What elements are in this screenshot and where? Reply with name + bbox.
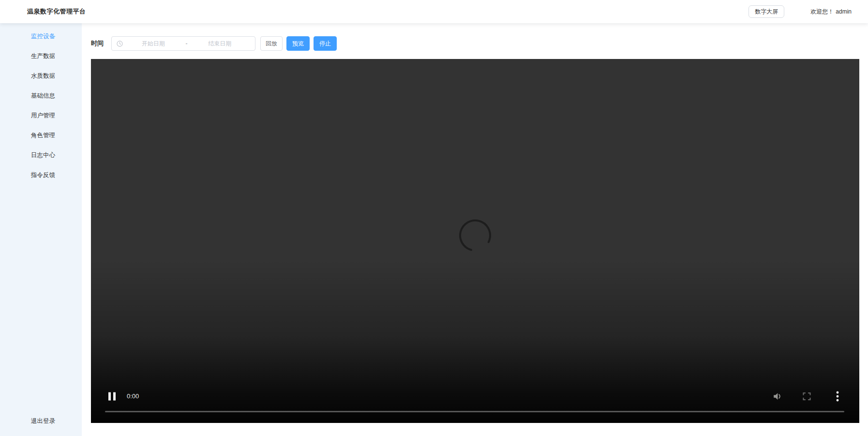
sidebar-item-basic-info[interactable]: 基础信息 — [0, 86, 82, 106]
preview-button[interactable]: 预览 — [286, 36, 310, 51]
app-title: 温泉数字化管理平台 — [27, 7, 86, 16]
app-header: 温泉数字化管理平台 数字大屏 欢迎您！ admin — [0, 0, 868, 23]
date-range-picker[interactable]: - — [111, 36, 255, 51]
sidebar-item-command-feedback[interactable]: 指令反馈 — [0, 165, 82, 185]
video-progress-bar[interactable] — [105, 411, 844, 412]
current-time: 0:00 — [127, 389, 139, 404]
sidebar-item-role-management[interactable]: 角色管理 — [0, 126, 82, 145]
sidebar-item-log-center[interactable]: 日志中心 — [0, 145, 82, 165]
clock-icon — [117, 41, 123, 47]
three-dot-menu-icon — [837, 392, 839, 402]
username: admin — [836, 8, 852, 15]
sidebar-item-monitoring-devices[interactable]: 监控设备 — [0, 27, 82, 46]
header-right: 数字大屏 欢迎您！ admin — [748, 5, 852, 18]
range-separator: - — [184, 40, 190, 47]
toolbar: 时间 - 回放 预览 停止 — [91, 36, 337, 51]
video-player[interactable]: 0:00 — [91, 59, 859, 423]
volume-button[interactable] — [772, 391, 783, 402]
volume-icon — [774, 393, 780, 400]
overflow-menu-button[interactable] — [835, 391, 840, 402]
time-label: 时间 — [91, 39, 104, 48]
sidebar-nav: 监控设备 生产数据 水质数据 基础信息 用户管理 角色管理 日志中心 指令反馈 — [0, 23, 82, 185]
welcome-block: 欢迎您！ admin — [810, 8, 852, 16]
sidebar: 监控设备 生产数据 水质数据 基础信息 用户管理 角色管理 日志中心 指令反馈 … — [0, 23, 82, 436]
pause-button[interactable] — [108, 392, 116, 401]
fullscreen-icon — [804, 393, 810, 400]
start-date-input[interactable] — [123, 40, 184, 47]
playback-button[interactable]: 回放 — [260, 36, 283, 51]
fullscreen-button[interactable] — [802, 392, 812, 402]
digital-screen-button[interactable]: 数字大屏 — [748, 5, 784, 18]
welcome-text: 欢迎您！ — [810, 8, 834, 16]
stop-button[interactable]: 停止 — [314, 36, 337, 51]
sidebar-item-user-management[interactable]: 用户管理 — [0, 106, 82, 126]
sidebar-item-production-data[interactable]: 生产数据 — [0, 46, 82, 66]
logout-button[interactable]: 退出登录 — [0, 417, 82, 425]
pause-icon — [108, 392, 111, 401]
end-date-input[interactable] — [190, 40, 251, 47]
loading-spinner — [458, 218, 492, 252]
video-controls-bar: 0:00 — [91, 389, 859, 404]
main-content: 时间 - 回放 预览 停止 0:00 — [82, 23, 868, 436]
sidebar-item-water-quality-data[interactable]: 水质数据 — [0, 66, 82, 86]
